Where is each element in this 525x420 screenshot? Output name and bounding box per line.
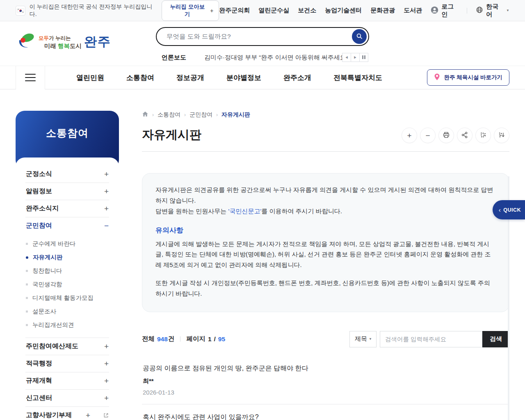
breadcrumb: › 소통참여 › 군민참여 › 자유게시판 (142, 111, 509, 119)
board-count-info: 전체 948 건 페이지 1 / 95 (142, 335, 225, 343)
expand-icon: + (104, 170, 109, 178)
ticker-pause-button[interactable] (359, 53, 368, 62)
submenu-item-digital-media[interactable]: 디지털매체 활동가모집 (26, 291, 109, 305)
press-headline[interactable]: 김미수·정대영 부부 “완주 이서면 아동위해 써주세요” (204, 54, 342, 62)
expand-icon: + (79, 411, 90, 419)
submenu-item-survey[interactable]: 설문조사 (26, 305, 109, 318)
prev-icon: ◀ (345, 55, 348, 60)
top-utility-bar: 이 누리집은 대한민국 공식 전자정부 누리집입니다. 누리집 모아보기 + 완… (0, 0, 525, 21)
chevron-down-icon: ▼ (369, 337, 372, 341)
search-category-select[interactable]: 제목 ▼ (349, 331, 377, 347)
nav-item-minwon[interactable]: 열린민원 (76, 73, 104, 82)
nav-item-jeonbuk[interactable]: 전북특별자치도 (333, 73, 382, 82)
ticker-prev-button[interactable]: ◀ (342, 53, 351, 62)
home-icon[interactable] (142, 111, 148, 119)
user-icon (431, 6, 438, 15)
expand-icon: + (104, 342, 109, 350)
plus-icon: + (407, 132, 411, 139)
breadcrumb-current[interactable]: 자유게시판 (221, 111, 250, 119)
expand-icon: + (104, 377, 109, 385)
breadcrumb-sotong[interactable]: 소통참여 (158, 111, 180, 119)
page-title: 자유게시판 (142, 127, 201, 143)
collapse-icon: − (104, 222, 109, 230)
nav-item-jeongbo[interactable]: 정보공개 (176, 73, 204, 82)
share-button[interactable] (457, 128, 472, 143)
logo-slogan: 모두가 누리는 미래 행복도시 (39, 34, 82, 50)
printer-icon (443, 131, 450, 140)
nav-item-sotong[interactable]: 소통참여 (126, 73, 154, 82)
expand-icon: + (104, 360, 109, 368)
link-mayor-office[interactable]: 열린군수실 (258, 7, 289, 14)
braille-download-button[interactable] (494, 128, 509, 143)
sidebar-item-hometown-donation[interactable]: 고향사랑기부제 + (25, 407, 109, 420)
submenu-item-site-feedback[interactable]: 누리집개선의견 (26, 318, 109, 332)
link-county-council[interactable]: 완주군의회 (219, 7, 250, 14)
press-label: 언론보도 (162, 54, 186, 62)
sinmungo-link[interactable]: '국민신문고' (228, 208, 262, 215)
breadcrumb-separator: › (216, 112, 218, 118)
link-culture-tourism[interactable]: 문화관광 (370, 7, 395, 14)
bullet-icon (26, 243, 28, 245)
nav-item-bunya[interactable]: 분야별정보 (226, 73, 261, 82)
page-separator: / (214, 336, 216, 343)
link-library[interactable]: 도서관 (404, 7, 422, 14)
submenu-item-thinkbox[interactable]: 국민생각함 (26, 278, 109, 291)
sidebar-item-budget[interactable]: 주민참여예산제도 + (25, 338, 109, 355)
submenu-item-gunsu[interactable]: 군수에게 바란다 (26, 237, 109, 251)
language-selector[interactable]: 한국어 ▼ (476, 3, 509, 18)
font-zoom-out-button[interactable]: − (420, 128, 436, 143)
page-tools: + − (402, 128, 509, 143)
breadcrumb-gunmin[interactable]: 군민참여 (189, 111, 212, 119)
braille-icon (479, 131, 487, 140)
board-meta-row: 전체 948 건 페이지 1 / 95 제목 ▼ 검색 (142, 331, 509, 347)
content-area: › 소통참여 › 군민참여 › 자유게시판 자유게시판 + − (142, 111, 509, 420)
logo-slogan-line2: 미래 행복도시 (39, 43, 82, 49)
expand-icon: + (104, 394, 109, 402)
site-search-input[interactable] (157, 28, 368, 45)
link-health-center[interactable]: 보건소 (298, 7, 316, 14)
post-title[interactable]: 공공의 이름으로 점유된 개인의 땅, 완주군은 답해야 한다 (143, 364, 509, 373)
print-button[interactable] (438, 128, 454, 143)
total-label: 전체 (142, 335, 155, 343)
submenu-item-praise[interactable]: 칭찬합니다 (26, 264, 109, 278)
wanju-logo[interactable]: 모두가 누리는 미래 행복도시 완주 (16, 32, 111, 52)
submenu-item-free-board[interactable]: 자유게시판 (26, 251, 109, 264)
total-pages: 95 (218, 336, 225, 343)
ticker-controls: ◀ ▶ (342, 53, 368, 62)
sidebar-item-gunmin[interactable]: 군민참여 − (25, 217, 109, 234)
quick-menu-toggle[interactable]: ‹ QUICK (493, 200, 525, 219)
bullet-icon (26, 297, 28, 299)
sidebar-item-gunjeong[interactable]: 군정소식 + (25, 166, 109, 183)
chevron-left-icon: ‹ (499, 206, 501, 213)
font-zoom-in-button[interactable]: + (402, 128, 417, 143)
bullet-icon (26, 270, 28, 272)
login-button[interactable]: 로그인 (431, 3, 458, 18)
ticker-next-button[interactable]: ▶ (351, 53, 360, 62)
site-collection-button[interactable]: 누리집 모아보기 + (162, 0, 219, 21)
page-label: 페이지 (186, 335, 205, 343)
external-link-icon (103, 413, 109, 418)
post-title[interactable]: 혹시 완주시에도 관련 사업이 있을까요? (143, 413, 509, 420)
sidebar-item-report-center[interactable]: 신고센터 + (25, 390, 109, 407)
board-search-group: 제목 ▼ 검색 (349, 331, 509, 347)
link-agriculture-center[interactable]: 농업기술센터 (325, 7, 362, 14)
hamburger-menu-button[interactable] (16, 66, 45, 89)
share-icon (461, 131, 468, 140)
board-search-input[interactable] (380, 331, 482, 347)
sidebar-item-allim[interactable]: 알림정보 + (25, 183, 109, 200)
language-label: 한국어 (486, 3, 502, 18)
caution-extra: 또한 게시글 작성 시 개인정보(주민등록번호, 핸드폰 번호, 계좌번호, 신… (155, 278, 496, 299)
board-search-button[interactable]: 검색 (482, 331, 509, 347)
post-row[interactable]: 공공의 이름으로 점유된 개인의 땅, 완주군은 답해야 한다 최** 2026… (142, 356, 509, 404)
braille-view-button[interactable] (475, 128, 491, 143)
sidebar-item-proactive[interactable]: 적극행정 + (25, 355, 109, 372)
sports-facility-button[interactable]: 완주 체육시설 바로가기 (427, 69, 509, 86)
sidebar-item-sosikji[interactable]: 완주소식지 + (25, 200, 109, 217)
search-button[interactable] (352, 29, 367, 44)
pause-icon (362, 55, 366, 60)
sidebar-item-regulation[interactable]: 규제개혁 + (25, 372, 109, 390)
next-icon: ▶ (354, 55, 357, 60)
top-links: 완주군의회 열린군수실 보건소 농업기술센터 문화관광 도서관 로그인 (219, 3, 509, 18)
post-row[interactable]: 혹시 완주시에도 관련 사업이 있을까요? 김** 2026-01-13 (142, 404, 509, 420)
nav-item-sogae[interactable]: 완주소개 (283, 73, 311, 82)
